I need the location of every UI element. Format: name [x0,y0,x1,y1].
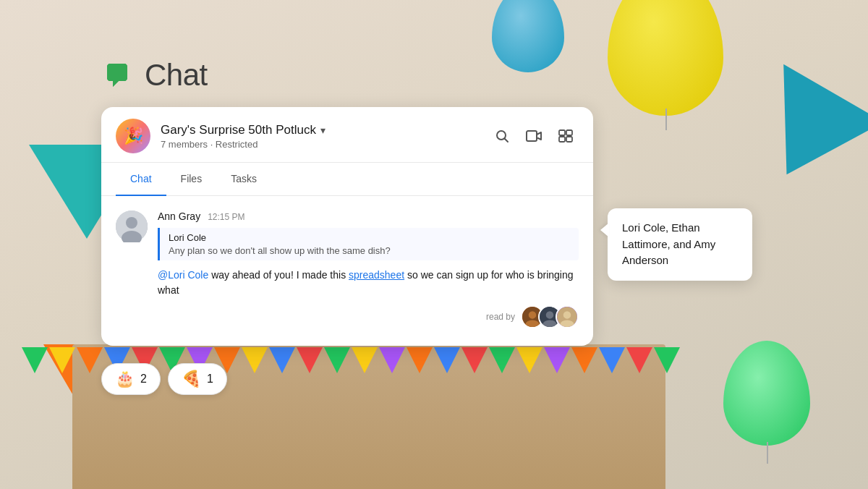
group-avatar: 🎉 [116,119,150,153]
chevron-down-icon[interactable]: ▾ [320,124,326,136]
quoted-text: Any plan so we don't all show up with th… [169,245,570,256]
message-meta: Ann Gray 12:15 PM [158,211,579,222]
ann-gray-avatar-svg [116,211,148,242]
pizza-emoji: 🍕 [182,370,201,388]
read-by-label: read by [486,312,515,322]
search-icon [495,129,509,143]
quoted-author: Lori Cole [169,232,570,243]
app-title: Chat [145,58,208,93]
pizza-count: 1 [207,373,213,386]
read-by-tooltip: Lori Cole, Ethan Lattimore, and Amy Ande… [608,208,752,281]
tab-chat[interactable]: Chat [116,163,166,196]
message-content: Ann Gray 12:15 PM Lori Cole Any plan so … [158,211,579,328]
svg-point-12 [529,311,537,319]
tooltip-text: Lori Cole, Ethan Lattimore, and Amy Ande… [622,221,715,266]
header-actions [489,123,579,149]
cake-count: 2 [140,373,147,386]
message-text: @Lori Cole way ahead of you! I made this… [158,268,579,298]
group-name-row[interactable]: Gary's Surprise 50th Potluck ▾ [161,123,489,137]
chat-logo-icon [101,59,133,91]
chat-card: Lori Cole, Ethan Lattimore, and Amy Ande… [101,107,593,346]
search-button[interactable] [489,123,515,149]
app-header: Chat [101,58,208,93]
card-header: 🎉 Gary's Surprise 50th Potluck ▾ 7 membe… [101,107,593,163]
tab-tasks[interactable]: Tasks [216,163,271,196]
group-name: Gary's Surprise 50th Potluck [161,123,316,137]
message-sender: Ann Gray [158,211,200,222]
reader-avatar-3 [556,305,579,328]
message-text-before-link: way ahead of you! I made this [208,269,349,281]
tab-files[interactable]: Files [166,163,217,196]
svg-point-9 [126,217,137,229]
apps-icon [558,129,573,143]
cake-emoji: 🎂 [115,370,135,388]
read-avatars[interactable] [521,305,579,328]
svg-rect-3 [527,131,537,141]
reaction-badge-cake[interactable]: 🎂 2 [101,363,161,395]
svg-rect-5 [566,130,572,135]
read-by-row: read by [158,305,579,328]
svg-rect-7 [566,137,572,142]
svg-point-18 [563,311,571,319]
svg-rect-6 [559,137,565,142]
reactions-row: 🎂 2 🍕 1 [101,363,227,395]
reaction-badge-pizza[interactable]: 🍕 1 [168,363,227,395]
group-meta: 7 members · Restricted [161,139,489,150]
group-info: Gary's Surprise 50th Potluck ▾ 7 members… [161,123,489,150]
group-avatar-emoji: 🎉 [124,127,143,145]
video-icon [526,129,542,143]
spreadsheet-link[interactable]: spreadsheet [349,269,404,281]
svg-rect-4 [559,130,565,135]
tabs-bar: Chat Files Tasks [101,163,593,196]
sender-avatar [116,211,148,242]
svg-point-15 [546,311,554,319]
message-time: 12:15 PM [208,212,244,222]
quoted-message: Lori Cole Any plan so we don't all show … [158,228,579,260]
mention-tag[interactable]: @Lori Cole [158,269,208,281]
svg-line-2 [505,139,509,143]
video-call-button[interactable] [521,123,547,149]
menu-button[interactable] [553,123,579,149]
message-row: Ann Gray 12:15 PM Lori Cole Any plan so … [116,211,579,328]
messages-area: Ann Gray 12:15 PM Lori Cole Any plan so … [101,196,593,346]
